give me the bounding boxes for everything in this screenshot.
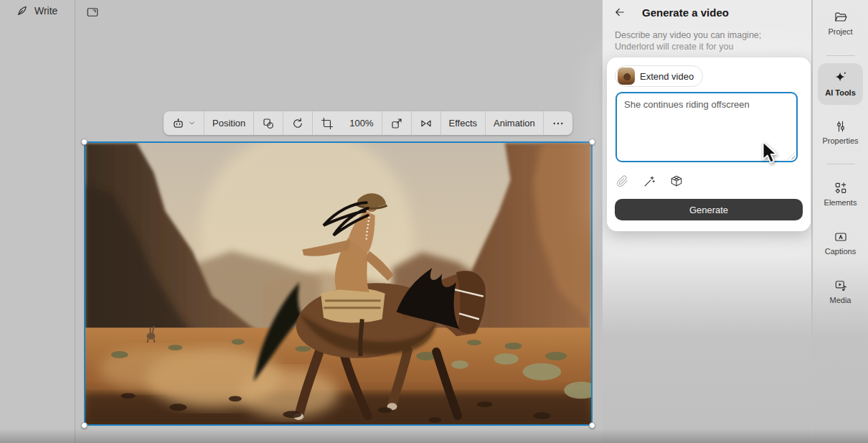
sidebar-label: Project bbox=[828, 27, 852, 36]
sparkle-icon bbox=[833, 70, 849, 85]
prompt-tools bbox=[613, 172, 685, 190]
zoom-level-value: 100% bbox=[349, 118, 373, 129]
quill-icon bbox=[16, 4, 29, 17]
ai-avatar-button[interactable] bbox=[164, 111, 204, 135]
sidebar-divider bbox=[826, 164, 855, 164]
model-button[interactable] bbox=[668, 172, 685, 190]
transition-button[interactable] bbox=[412, 111, 440, 135]
write-label: Write bbox=[34, 5, 57, 17]
ellipsis-icon bbox=[552, 117, 565, 130]
left-rail: Write bbox=[0, 0, 75, 443]
zoom-level-button[interactable]: 100% bbox=[341, 111, 381, 135]
extend-video-label: Extend video bbox=[640, 71, 694, 82]
resize-handle-top-right[interactable] bbox=[589, 139, 595, 145]
prompt-input[interactable]: She continues riding offscreen bbox=[615, 92, 798, 162]
panel-header: Generate a video bbox=[603, 0, 811, 24]
sidebar-item-ai-tools[interactable]: AI Tools bbox=[813, 70, 868, 97]
panel-title: Generate a video bbox=[642, 6, 729, 19]
app-window: Write Posi bbox=[0, 0, 868, 443]
more-options-button[interactable] bbox=[544, 111, 572, 135]
folder-icon bbox=[834, 10, 848, 24]
generate-card: Extend video She continues riding offscr… bbox=[607, 57, 811, 231]
crop-button[interactable] bbox=[313, 111, 341, 135]
sidebar-label: Elements bbox=[824, 198, 857, 207]
right-sidebar: Project AI Tools Properties bbox=[813, 0, 868, 443]
cube-icon bbox=[670, 174, 683, 187]
shapes-button[interactable] bbox=[254, 111, 283, 135]
magic-wand-icon bbox=[643, 175, 656, 187]
sliders-icon bbox=[834, 119, 848, 134]
enhance-prompt-button[interactable] bbox=[641, 172, 658, 190]
resize-handle-bottom-left[interactable] bbox=[81, 422, 88, 429]
sidebar-item-captions[interactable]: Captions bbox=[813, 230, 868, 256]
resize-button[interactable] bbox=[382, 111, 411, 135]
elements-icon bbox=[834, 181, 848, 195]
sidebar-label: Properties bbox=[822, 136, 858, 145]
rotate-button[interactable] bbox=[283, 111, 312, 135]
rotate-icon bbox=[291, 117, 304, 130]
generate-button[interactable]: Generate bbox=[615, 199, 803, 220]
shapes-icon bbox=[262, 117, 275, 130]
position-label: Position bbox=[212, 118, 245, 129]
panel-description-line2: Underlord will create it for you bbox=[615, 42, 733, 52]
captions-icon bbox=[834, 230, 848, 244]
sidebar-label: AI Tools bbox=[825, 88, 856, 97]
resize-icon bbox=[390, 117, 403, 130]
prompt-field-wrap: She continues riding offscreen bbox=[615, 92, 798, 162]
sidebar-divider bbox=[826, 55, 855, 56]
sidebar-item-project[interactable]: Project bbox=[813, 10, 868, 36]
extend-video-chip[interactable]: Extend video bbox=[615, 65, 703, 87]
resize-handle-top-left[interactable] bbox=[81, 139, 88, 145]
effects-button[interactable]: Effects bbox=[441, 111, 486, 135]
resize-handle-bottom-right[interactable] bbox=[589, 422, 595, 429]
panel-description: Describe any video you can imagine; Unde… bbox=[615, 29, 794, 52]
video-layer[interactable] bbox=[84, 141, 593, 426]
crop-icon bbox=[321, 117, 334, 130]
media-icon bbox=[834, 279, 848, 293]
sidebar-label: Captions bbox=[825, 247, 856, 256]
robot-icon bbox=[171, 116, 185, 130]
canvas-area[interactable]: Position bbox=[76, 0, 603, 443]
write-button[interactable]: Write bbox=[16, 4, 57, 17]
animation-button[interactable]: Animation bbox=[486, 111, 543, 135]
sidebar-label: Media bbox=[830, 296, 852, 304]
frame-button[interactable] bbox=[85, 6, 100, 20]
sidebar-item-properties[interactable]: Properties bbox=[813, 119, 868, 145]
panel-description-line1: Describe any video you can imagine; bbox=[615, 30, 761, 40]
video-thumbnail bbox=[618, 67, 635, 85]
position-button[interactable]: Position bbox=[204, 111, 253, 135]
paperclip-icon bbox=[616, 175, 628, 187]
effects-label: Effects bbox=[449, 118, 478, 129]
animation-label: Animation bbox=[494, 118, 535, 129]
back-button[interactable] bbox=[613, 6, 627, 20]
attach-button[interactable] bbox=[613, 172, 631, 190]
frame-icon bbox=[86, 6, 99, 19]
chevron-down-icon bbox=[188, 119, 196, 127]
transition-icon bbox=[420, 117, 433, 130]
arrow-left-icon bbox=[613, 6, 626, 19]
sidebar-item-media[interactable]: Media bbox=[813, 279, 868, 304]
video-toolbar: Position bbox=[164, 111, 572, 135]
video-frame-art bbox=[85, 143, 591, 424]
generate-panel: Generate a video Describe any video you … bbox=[603, 0, 812, 443]
sidebar-item-elements[interactable]: Elements bbox=[813, 181, 868, 207]
